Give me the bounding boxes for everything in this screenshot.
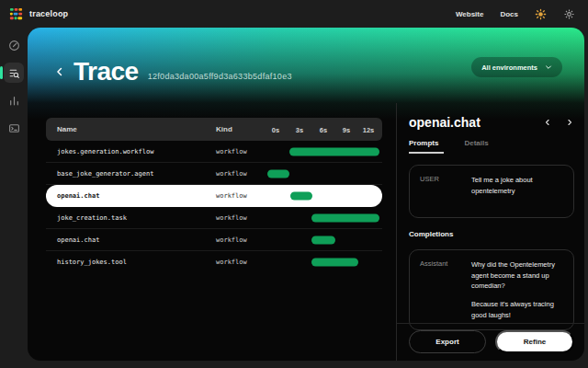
col-header-name: Name: [57, 125, 216, 133]
docs-link[interactable]: Docs: [500, 10, 518, 18]
span-name: history_jokes.tool: [57, 259, 216, 266]
prev-span-chevron-icon[interactable]: [543, 118, 552, 127]
duration-bar: [311, 213, 379, 222]
main-panel: Trace 12f0da3da00a5ff9d3a633b5dfaf10e3 A…: [28, 28, 584, 361]
environment-dropdown-value: All environments: [481, 63, 537, 72]
duration-bar: [311, 236, 335, 244]
theme-toggle-sun-icon[interactable]: [535, 8, 547, 20]
timeline-axis: 0s 3s 6s 9s 12s: [266, 118, 382, 141]
next-span-chevron-icon[interactable]: [565, 118, 574, 127]
page-title: Trace: [74, 57, 139, 86]
tab-details[interactable]: Details: [464, 139, 488, 154]
dashboard-compass-icon: [8, 40, 20, 52]
table-row[interactable]: joke_creation.task workflow: [46, 207, 382, 229]
table-header: Name Kind 0s 3s 6s 9s 12s: [46, 118, 382, 141]
brand-logo[interactable]: traceloop: [9, 7, 68, 21]
website-link[interactable]: Website: [456, 10, 484, 18]
environment-dropdown[interactable]: All environments: [471, 57, 562, 77]
span-detail-panel: openai.chat Prompts Details: [396, 103, 584, 361]
span-name: jokes.generation.workflow: [57, 148, 216, 155]
playground-terminal-icon: [8, 122, 20, 134]
span-kind: workflow: [216, 148, 266, 155]
span-name: openai.chat: [57, 236, 216, 244]
duration-bar: [290, 191, 312, 200]
tick-label: 6s: [320, 125, 327, 133]
duration-bar: [267, 169, 289, 178]
tick-label: 0s: [272, 125, 279, 133]
span-name: openai.chat: [57, 192, 216, 200]
topbar: traceloop Website Docs: [0, 0, 588, 28]
trace-id: 12f0da3da00a5ff9d3a633b5dfaf10e3: [148, 72, 292, 81]
traces-search-icon: [8, 67, 20, 79]
app: traceloop Website Docs: [0, 0, 588, 368]
analytics-bar-chart-icon: [8, 95, 20, 107]
settings-gear-icon[interactable]: [563, 8, 575, 20]
completion-card: Assistant Why did the Opentelemetry agen…: [409, 249, 574, 330]
duration-bar: [289, 147, 379, 155]
completions-heading: Completions: [409, 230, 574, 238]
completion-text: Why did the Opentelemetry agent become a…: [471, 259, 563, 320]
span-detail-title: openai.chat: [409, 115, 481, 130]
completion-role-label: Assistant: [420, 259, 462, 320]
traceloop-logo-icon: [9, 7, 23, 21]
table-row[interactable]: history_jokes.tool workflow: [46, 251, 382, 273]
sidebar: [0, 28, 28, 368]
table-row-selected[interactable]: openai.chat workflow: [46, 185, 382, 207]
tick-label: 12s: [363, 125, 375, 133]
span-kind: workflow: [216, 214, 266, 222]
col-header-kind: Kind: [216, 125, 266, 133]
prompt-card: USER Tell me a joke about opentelemetry: [409, 165, 574, 218]
span-name: joke_creation.task: [57, 214, 216, 222]
detail-footer: Export Refine: [397, 323, 584, 361]
refine-button[interactable]: Refine: [495, 330, 574, 353]
span-kind: workflow: [216, 170, 266, 178]
table-row[interactable]: openai.chat workflow: [46, 229, 382, 251]
back-chevron-icon[interactable]: [53, 60, 70, 84]
detail-tabs: Prompts Details: [409, 139, 574, 154]
span-name: base_joke_generator.agent: [57, 170, 216, 178]
sidebar-item-dashboard[interactable]: [4, 35, 24, 55]
chevron-down-icon: [545, 63, 552, 71]
prompt-role-label: USER: [420, 175, 462, 208]
sidebar-item-analytics[interactable]: [4, 90, 24, 110]
completion-paragraph: Because it's always tracing good laughs!: [471, 299, 563, 320]
table-row[interactable]: base_joke_generator.agent workflow: [46, 163, 382, 185]
prompt-text: Tell me a joke about opentelemetry: [471, 175, 563, 208]
span-kind: workflow: [216, 259, 266, 266]
table-row[interactable]: jokes.generation.workflow workflow: [46, 141, 382, 163]
completion-paragraph: Why did the Opentelemetry agent become a…: [471, 259, 563, 292]
brand-name: traceloop: [29, 9, 68, 18]
sidebar-item-traces[interactable]: [4, 63, 24, 83]
tab-prompts[interactable]: Prompts: [409, 139, 444, 154]
tick-label: 3s: [296, 125, 303, 133]
export-button[interactable]: Export: [409, 330, 486, 353]
span-kind: workflow: [216, 236, 266, 244]
tick-label: 9s: [343, 125, 350, 133]
duration-bar: [311, 259, 358, 267]
span-kind: workflow: [216, 192, 266, 200]
spans-table: Name Kind 0s 3s 6s 9s 12s jokes.generati…: [46, 118, 382, 273]
sidebar-item-playground[interactable]: [4, 118, 24, 138]
active-indicator: [0, 66, 3, 79]
